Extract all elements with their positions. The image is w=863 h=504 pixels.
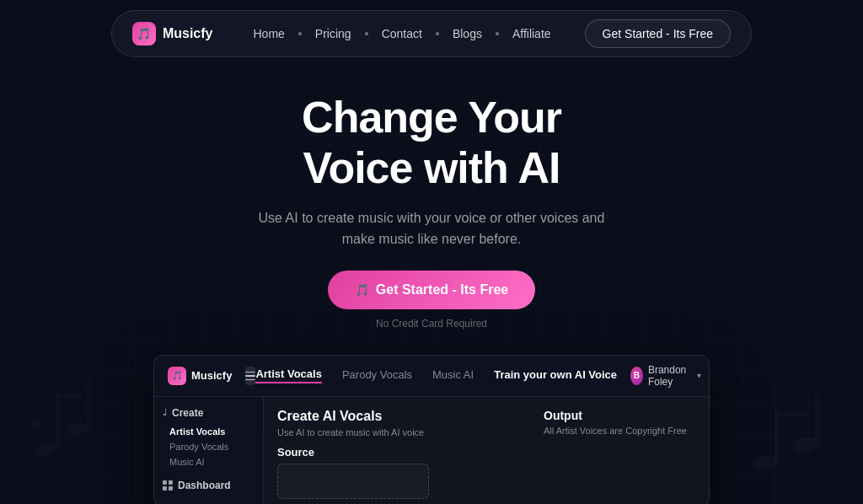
svg-rect-2 [56,394,81,398]
svg-rect-1 [56,394,59,450]
menu-line-1 [245,372,255,373]
dashboard-grid-icon [163,480,173,491]
hero-subtitle: Use AI to create music with your voice o… [255,207,608,250]
hero-cta-button[interactable]: 🎵 Get Started - Its Free [328,271,535,309]
svg-rect-8 [775,411,779,464]
sidebar-create-label: Create [172,407,203,419]
nav-dot-4 [496,32,499,35]
nav-affiliate[interactable]: Affiliate [506,24,558,44]
app-tabs: Artist Vocals Parody Vocals Music AI Tra… [255,367,617,383]
app-avatar: B [630,367,643,385]
tab-artist-vocals[interactable]: Artist Vocals [255,367,322,383]
menu-line-3 [245,379,255,381]
app-content-subtitle: Use AI to create music with AI voice [277,427,527,437]
hero-title: Change Your Voice with AI [302,93,561,194]
svg-point-7 [751,454,777,474]
nav-dot-2 [365,32,368,35]
nav-pricing[interactable]: Pricing [308,24,358,44]
svg-point-10 [791,436,817,455]
app-username: Brandon Foley [648,364,693,388]
sidebar-dashboard-header: Dashboard [163,480,255,491]
app-source-label: Source [277,446,527,458]
tab-music-ai[interactable]: Music AI [432,368,474,383]
logo-icon: 🎵 [132,22,156,46]
app-preview: 🎵 Musicfy Artist Vocals Parody Vocals Mu… [153,355,710,504]
svg-point-5 [29,417,46,431]
sidebar-create-section: ♩ Create Artist Vocals Parody Vocals Mus… [163,407,255,469]
sidebar-item-artist-vocals[interactable]: Artist Vocals [163,424,255,439]
svg-rect-4 [87,378,90,431]
app-output-subtitle: All Artist Voices are Copyright Free [544,426,695,436]
svg-rect-6 [45,388,47,425]
tab-train-ai-voice[interactable]: Train your own AI Voice [494,368,617,383]
app-hamburger-icon[interactable] [245,367,255,385]
hero-cta-icon: 🎵 [355,283,369,297]
sidebar-dashboard-label: Dashboard [178,480,231,491]
nav-blogs[interactable]: Blogs [446,24,489,44]
app-header: 🎵 Musicfy Artist Vocals Parody Vocals Mu… [154,356,709,397]
app-content-left: Create AI Vocals Use AI to create music … [277,409,527,495]
nav-dot-3 [436,32,439,35]
hero-no-cc-text: No Credit Card Required [376,318,487,330]
hero-cta-label: Get Started - Its Free [376,282,508,298]
app-upload-box[interactable] [277,464,429,499]
menu-line-2 [245,375,255,377]
nav-container: 🎵 Musicfy Home Pricing Contact Blogs Aff… [111,10,752,57]
app-logo: 🎵 Musicfy [168,367,232,385]
nav-cta-button[interactable]: Get Started - Its Free [585,19,732,48]
app-body: ♩ Create Artist Vocals Parody Vocals Mus… [154,397,709,504]
app-logo-text: Musicfy [191,369,232,382]
nav-home[interactable]: Home [246,24,291,44]
chevron-down-icon: ▾ [697,371,701,380]
nav-contact[interactable]: Contact [375,24,429,44]
app-sidebar: ♩ Create Artist Vocals Parody Vocals Mus… [154,397,264,504]
hero-section: Change Your Voice with AI Use AI to crea… [0,67,863,346]
tab-parody-vocals[interactable]: Parody Vocals [342,368,412,383]
app-content-right: Output All Artist Voices are Copyright F… [544,409,695,495]
sidebar-create-header: ♩ Create [163,407,255,419]
nav-links: Home Pricing Contact Blogs Affiliate [246,24,557,44]
app-content-title: Create AI Vocals [277,409,527,424]
sidebar-music-icon: ♩ [163,407,167,418]
app-logo-icon: 🎵 [168,367,186,385]
app-main-content: Create AI Vocals Use AI to create music … [264,397,709,504]
logo: 🎵 Musicfy [132,22,213,46]
app-output-title: Output [544,409,695,422]
sidebar-item-music-ai[interactable]: Music AI [163,454,255,469]
svg-point-3 [66,421,88,439]
app-user[interactable]: B Brandon Foley ▾ [630,364,701,388]
svg-rect-11 [815,394,819,446]
nav-dot-1 [298,32,302,35]
logo-text: Musicfy [163,26,213,41]
sidebar-item-parody-vocals[interactable]: Parody Vocals [163,439,255,454]
navbar: 🎵 Musicfy Home Pricing Contact Blogs Aff… [0,0,863,67]
svg-point-0 [35,440,57,458]
svg-rect-9 [775,411,808,416]
